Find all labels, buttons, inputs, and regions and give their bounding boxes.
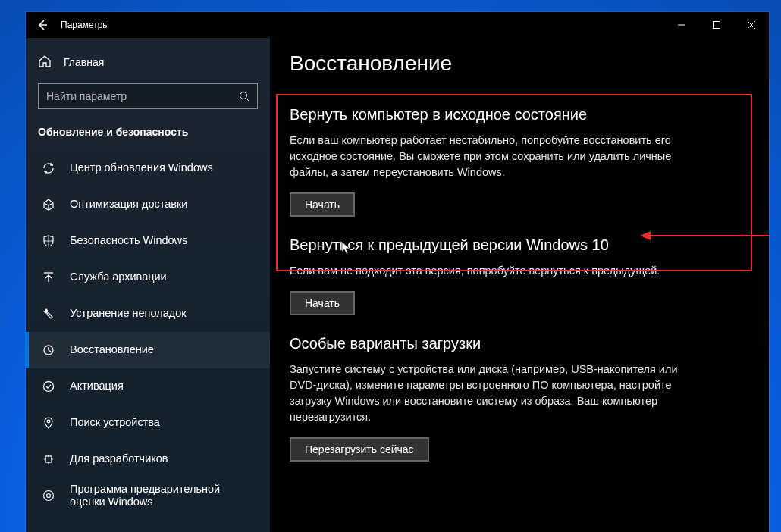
back-button[interactable] bbox=[26, 12, 59, 38]
sidebar: Главная Обновление и безопасность Центр … bbox=[26, 38, 270, 532]
home-label: Главная bbox=[64, 56, 104, 68]
content-section: Вернуть компьютер в исходное состояниеЕс… bbox=[270, 89, 725, 230]
search-input[interactable] bbox=[39, 90, 231, 102]
recovery-icon bbox=[41, 343, 56, 358]
svg-point-7 bbox=[47, 494, 51, 498]
search-icon bbox=[231, 91, 257, 102]
section-button[interactable]: Начать bbox=[290, 291, 355, 315]
sidebar-item-find-device[interactable]: Поиск устройства bbox=[26, 405, 270, 441]
sidebar-item-troubleshoot[interactable]: Устранение неполадок bbox=[26, 296, 270, 332]
content-area: Восстановление Вернуть компьютер в исход… bbox=[270, 38, 769, 532]
section-heading: Вернуться к предыдущей версии Windows 10 bbox=[290, 236, 705, 254]
minimize-button[interactable] bbox=[664, 12, 699, 38]
sidebar-item-developer[interactable]: Для разработчиков bbox=[26, 441, 270, 477]
delivery-icon bbox=[41, 197, 56, 212]
section-body: Если ваш компьютер работает нестабильно,… bbox=[290, 133, 705, 180]
page-title: Восстановление bbox=[270, 52, 769, 89]
sidebar-item-recovery[interactable]: Восстановление bbox=[26, 332, 270, 368]
sidebar-item-label: Безопасность Windows bbox=[70, 234, 258, 247]
home-link[interactable]: Главная bbox=[26, 49, 270, 76]
section-button[interactable]: Начать bbox=[290, 192, 355, 217]
sidebar-item-insider[interactable]: Программа предварительной оценки Windows bbox=[26, 477, 270, 514]
home-icon bbox=[38, 55, 52, 70]
sidebar-item-backup[interactable]: Служба архивации bbox=[26, 259, 270, 296]
sidebar-item-label: Центр обновления Windows bbox=[70, 161, 258, 174]
close-button[interactable] bbox=[734, 12, 769, 38]
section-heading: Особые варианты загрузки bbox=[290, 335, 705, 352]
insider-icon bbox=[41, 488, 56, 503]
content-section: Вернуться к предыдущей версии Windows 10… bbox=[270, 230, 725, 329]
sidebar-item-label: Для разработчиков bbox=[70, 452, 258, 465]
settings-window: Параметры Главная Об bbox=[26, 12, 769, 532]
svg-rect-5 bbox=[45, 456, 52, 462]
nav-list: Центр обновления WindowsОптимизация дост… bbox=[26, 150, 270, 514]
find-device-icon bbox=[41, 415, 56, 430]
content-section: Особые варианты загрузкиЗапустите систем… bbox=[270, 329, 725, 475]
sidebar-item-sync[interactable]: Центр обновления Windows bbox=[26, 150, 270, 186]
sidebar-item-shield[interactable]: Безопасность Windows bbox=[26, 223, 270, 259]
sidebar-item-label: Оптимизация доставки bbox=[70, 198, 258, 211]
activation-icon bbox=[41, 379, 56, 394]
search-box[interactable] bbox=[38, 83, 258, 109]
sidebar-item-label: Восстановление bbox=[70, 343, 258, 356]
sidebar-item-label: Поиск устройства bbox=[70, 416, 258, 429]
minimize-icon bbox=[678, 21, 685, 29]
maximize-icon bbox=[713, 21, 720, 29]
svg-point-6 bbox=[44, 491, 54, 501]
svg-point-1 bbox=[240, 92, 247, 99]
sync-icon bbox=[41, 161, 56, 176]
shield-icon bbox=[41, 233, 56, 249]
svg-rect-0 bbox=[714, 22, 720, 29]
backup-icon bbox=[41, 270, 56, 285]
sidebar-item-label: Активация bbox=[70, 380, 258, 393]
window-title: Параметры bbox=[59, 20, 109, 30]
back-arrow-icon bbox=[36, 19, 49, 31]
titlebar: Параметры bbox=[26, 12, 769, 38]
svg-point-4 bbox=[47, 420, 50, 423]
maximize-button[interactable] bbox=[699, 12, 734, 38]
troubleshoot-icon bbox=[41, 306, 56, 321]
sidebar-section-title: Обновление и безопасность bbox=[26, 123, 270, 150]
developer-icon bbox=[41, 452, 56, 467]
section-body: Если вам не подходит эта версия, попробу… bbox=[290, 263, 705, 279]
section-button[interactable]: Перезагрузить сейчас bbox=[290, 437, 429, 462]
sidebar-item-delivery[interactable]: Оптимизация доставки bbox=[26, 186, 270, 223]
section-heading: Вернуть компьютер в исходное состояние bbox=[290, 106, 705, 124]
close-icon bbox=[748, 21, 755, 29]
section-body: Запустите систему с устройства или диска… bbox=[290, 361, 705, 425]
sidebar-item-label: Служба архивации bbox=[70, 271, 258, 283]
sidebar-item-activation[interactable]: Активация bbox=[26, 368, 270, 405]
sidebar-item-label: Устранение неполадок bbox=[70, 307, 258, 320]
sidebar-item-label: Программа предварительной оценки Windows bbox=[70, 483, 258, 509]
svg-point-3 bbox=[44, 382, 54, 392]
